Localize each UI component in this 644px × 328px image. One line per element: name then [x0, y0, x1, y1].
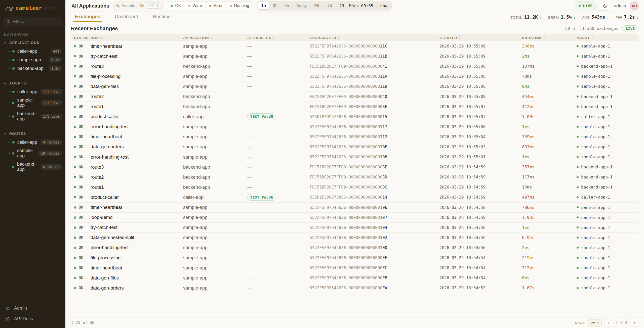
sidebar-group-agents[interactable]: AGENTS	[0, 79, 65, 87]
table-row[interactable]: OKdata-gen-filessample-app—5522F5F975426…	[71, 81, 638, 91]
tab-runtime[interactable]: Runtime	[152, 12, 171, 22]
sidebar-item-backend-app[interactable]: backend-app1/1 live	[0, 110, 65, 123]
sidebar-group-applications[interactable]: APPLICATIONS	[0, 38, 65, 47]
duration-cell: 837ms	[522, 145, 577, 149]
agent-cell: backend-app-1	[577, 185, 638, 190]
sidebar-group-label: ROUTES	[9, 132, 26, 136]
column-header-attributes[interactable]: ATTRIBUTES▴▾	[247, 36, 310, 40]
table-row[interactable]: OKloop-demosample-app—5522F5F97542636-00…	[71, 213, 638, 223]
status-cell: OK	[71, 205, 91, 210]
column-header-exchange-id[interactable]: EXCHANGE ID▴▾	[310, 36, 439, 40]
sidebar-item-sample-app[interactable]: sample-app18 routes	[0, 147, 65, 160]
sidebar-group-routes[interactable]: ROUTES	[0, 129, 65, 138]
table-row[interactable]: OKerror-handling-testsample-app—5522F5F9…	[71, 122, 638, 132]
agent-cell: sample-app-1	[577, 265, 638, 270]
sidebar-item-caller-app[interactable]: caller-app441	[0, 47, 65, 56]
route-cell: route3	[91, 64, 183, 69]
next-page-button[interactable]: ›	[631, 319, 638, 326]
arrow-down-icon: ↓	[574, 15, 576, 19]
attribute-empty: —	[247, 184, 252, 190]
theme-toggle-button[interactable]	[600, 1, 610, 11]
table-row[interactable]: OKtimer-heartbeatsample-app—5522F5F97542…	[71, 203, 638, 213]
sidebar-group-label: APPLICATIONS	[9, 41, 39, 45]
table-row[interactable]: OKroute2backend-app—FEC51BC20E7FF09-0000…	[71, 91, 638, 102]
time-range-6h[interactable]: 6h	[281, 2, 292, 9]
table-row[interactable]: OKdata-gen-orderssample-app—5522F5F97542…	[71, 142, 638, 152]
started-cell: 2026-03-29 10:55:08	[439, 84, 522, 89]
pagination-range: 1-25 of 50	[71, 320, 94, 325]
live-toggle-button[interactable]: LIVE	[575, 2, 596, 10]
column-header-started[interactable]: STARTED▴▾	[439, 36, 522, 40]
status-filter-warn[interactable]: Warn	[185, 2, 206, 10]
table-row[interactable]: OKroute1backend-app—FEC51BC20E7FF09-0000…	[71, 182, 638, 192]
status-filter-error[interactable]: Error	[206, 2, 226, 10]
sidebar-item-caller-app[interactable]: caller-app4 routes	[0, 138, 65, 147]
rows-per-page-select[interactable]: 25 ▾	[588, 319, 602, 326]
exchange-id-prefix: 5522F5F97542636-0000000000000	[310, 54, 380, 59]
prev-page-button[interactable]: ‹	[605, 319, 612, 326]
exchange-id-prefix: FEC51BC20E7FF09-00000000000000	[310, 175, 382, 179]
status-filter-running[interactable]: Running	[226, 2, 253, 10]
table-row[interactable]: OKtimer-heartbeatsample-app—5522F5F97542…	[71, 41, 638, 51]
table-row[interactable]: OKerror-handling-testsample-app—5522F5F9…	[71, 243, 638, 253]
date-range[interactable]: 29. März 09:55 — now	[335, 4, 391, 8]
table-row[interactable]: OKproduct-callercaller-appTEST VALUE535D…	[71, 112, 638, 122]
table-row[interactable]: OKtry-catch-testsample-app—5522F5F975426…	[71, 51, 638, 61]
column-header-route[interactable]: ROUTE▴▾	[91, 36, 183, 40]
page-indicator: 1 / 2	[616, 320, 627, 325]
duration-cell: 219ms	[522, 255, 577, 260]
sidebar-item-sample-app[interactable]: sample-app9.4k	[0, 56, 65, 64]
table-row[interactable]: OKfile-processingsample-app—5522F5F97542…	[71, 253, 638, 263]
table-row[interactable]: OKroute1backend-app—FEC51BC20E7FF09-0000…	[71, 102, 638, 112]
table-row[interactable]: OKroute3backend-app—FEC51BC20E7FF09-0000…	[71, 162, 638, 172]
table-row[interactable]: OKerror-handling-testsample-app—5522F5F9…	[71, 152, 638, 162]
sidebar-footer-label: Admin	[14, 306, 27, 311]
table-row[interactable]: OKroute3backend-app—FEC51BC20E7FF09-0000…	[71, 61, 638, 71]
sidebar-item-api-docs[interactable]: API Docs	[0, 314, 65, 324]
sidebar-item-sample-app[interactable]: sample-app1/1 live	[0, 96, 65, 110]
sidebar-item-label: sample-app	[17, 57, 41, 63]
search-input[interactable]	[122, 4, 144, 8]
tab-dashboard[interactable]: Dashboard	[114, 12, 139, 22]
status-cell: OK	[71, 175, 91, 179]
avatar[interactable]: AD	[630, 1, 639, 11]
sidebar-filter-input[interactable]	[13, 19, 59, 24]
table-row[interactable]: OKtry-catch-testsample-app—5522F5F975426…	[71, 223, 638, 233]
sidebar-item-admin[interactable]: ⚙ Admin	[0, 303, 65, 314]
table-row[interactable]: OKdata-gen-orderssample-app—5522F5F97542…	[71, 283, 638, 293]
table-row[interactable]: OKtimer-heartbeatsample-app—5522F5F97542…	[71, 263, 638, 273]
sidebar-item-caller-app[interactable]: caller-app1/1 live	[0, 87, 65, 96]
time-range-1h[interactable]: 1h	[258, 2, 269, 9]
column-header-status[interactable]: STATUS▴▾	[71, 36, 91, 40]
status-label: OK	[79, 215, 83, 220]
sidebar-item-backend-app[interactable]: backend-app1.3k	[0, 64, 65, 73]
status-filter-ok[interactable]: OK	[167, 2, 185, 10]
table-row[interactable]: OKfile-processingsample-app—5522F5F97542…	[71, 71, 638, 81]
tab-exchanges[interactable]: Exchanges	[74, 12, 101, 22]
sidebar-item-backend-app[interactable]: backend-app6 routes	[0, 160, 65, 174]
sidebar-item-label: caller-app	[17, 49, 37, 54]
time-range-7d[interactable]: 7d	[324, 2, 335, 9]
started-cell: 2026-03-29 10:54:54	[439, 265, 522, 270]
table-row[interactable]: OKdata-gen-filessample-app—5522F5F975426…	[71, 273, 638, 283]
time-range-buttons: 1h3h6hToday24h7d	[258, 2, 335, 9]
attribute-badge: TEST VALUE	[247, 113, 276, 120]
exchange-id-suffix: 3E	[382, 165, 387, 169]
table-row[interactable]: OKroute2backend-app—FEC51BC20E7FF09-0000…	[71, 172, 638, 182]
attributes-cell: —	[247, 54, 310, 59]
main-panel: All Applications Ctrl+K OKWarnErrorRunni…	[65, 0, 644, 328]
time-range-3h[interactable]: 3h	[270, 2, 281, 9]
column-header-application[interactable]: APPLICATION▴▾	[183, 36, 247, 40]
time-range-24h[interactable]: 24h	[310, 2, 324, 9]
application-cell: backend-app	[183, 104, 247, 109]
table-row[interactable]: OKtimer-heartbeatsample-app—5522F5F97542…	[71, 132, 638, 142]
table-row[interactable]: OKproduct-callercaller-appTEST VALUE535D…	[71, 192, 638, 202]
column-header-agent[interactable]: AGENT▴▾	[577, 36, 638, 40]
table-row[interactable]: OKdata-gen-nested-splitsample-app—5522F5…	[71, 233, 638, 243]
status-dot	[74, 55, 76, 57]
status-filter-label: Error	[214, 4, 223, 8]
time-range-today[interactable]: Today	[293, 2, 310, 9]
column-header-duration[interactable]: DURATION▴▾	[522, 36, 577, 40]
route-cell: file-processing	[91, 255, 183, 261]
status-dot	[74, 277, 76, 279]
